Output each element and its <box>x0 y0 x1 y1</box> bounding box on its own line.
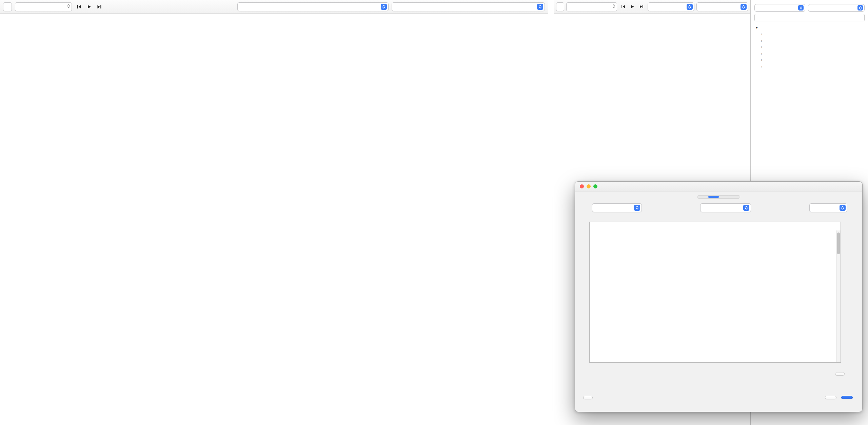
time-stepper-icon[interactable] <box>67 4 70 9</box>
chevron-right-icon: › <box>759 51 764 56</box>
close-window-button[interactable] <box>580 184 584 188</box>
chevron-updown-icon <box>857 5 863 11</box>
tree-item-infrastructure[interactable]: › <box>754 44 865 50</box>
right-toolbar <box>554 0 750 14</box>
view-mode-dropdown[interactable] <box>696 2 748 11</box>
dropdown-value <box>241 4 379 9</box>
matrix-body <box>590 222 841 354</box>
main-map-panel <box>0 0 548 425</box>
tree-item-transit[interactable]: › <box>754 63 865 69</box>
tab-histogram[interactable] <box>719 196 729 198</box>
tab-summary[interactable] <box>708 196 719 198</box>
tree-item-pedestrians[interactable]: › <box>754 50 865 57</box>
od-matrix-table <box>589 222 841 363</box>
user-class-dropdown[interactable] <box>592 203 642 212</box>
active-experiment-dropdown[interactable] <box>648 2 694 11</box>
dropdown-value <box>700 5 738 9</box>
chevron-updown-icon <box>840 205 846 211</box>
step-back-button[interactable] <box>619 3 627 11</box>
chevron-updown-icon <box>741 4 747 10</box>
chevron-updown-icon <box>687 4 693 10</box>
dialog-titlebar[interactable] <box>575 182 862 191</box>
road-network-svg <box>0 14 548 425</box>
dropdown-value <box>811 6 855 10</box>
annotation-tool-button[interactable] <box>3 2 12 11</box>
dropdown-value <box>651 5 685 9</box>
tab-profile[interactable] <box>729 196 739 198</box>
traffic-demand-dialog <box>575 181 863 412</box>
step-forward-button[interactable] <box>637 3 646 11</box>
chevron-right-icon: › <box>759 38 764 43</box>
vertical-scrollbar[interactable] <box>836 230 841 362</box>
chevron-updown-icon <box>798 5 804 11</box>
playback-controls <box>75 3 103 11</box>
tree-item-scripts[interactable]: › <box>754 57 865 63</box>
chevron-updown-icon <box>381 4 387 10</box>
chevron-updown-icon <box>537 4 543 10</box>
chevron-right-icon: › <box>759 64 764 69</box>
cancel-button[interactable] <box>825 396 836 399</box>
dropdown-value <box>758 6 796 10</box>
chevron-updown-icon <box>634 205 640 211</box>
active-experiment-dropdown[interactable] <box>237 2 389 11</box>
dropdown-value <box>395 4 535 9</box>
grouping-category-dropdown[interactable] <box>700 203 751 212</box>
dropdown-value <box>704 206 741 210</box>
filter-input[interactable] <box>754 14 865 21</box>
dropdown-value <box>813 206 837 210</box>
tree-item-demand-data[interactable]: › <box>754 37 865 44</box>
scrollbar-thumb[interactable] <box>837 232 840 254</box>
dialog-tab-bar <box>697 195 740 199</box>
units-dropdown[interactable] <box>809 203 847 212</box>
caret-down-icon: ▾ <box>754 26 759 29</box>
step-forward-button[interactable] <box>95 3 103 11</box>
copy-button[interactable] <box>835 372 845 376</box>
simulation-time-field[interactable] <box>566 2 617 11</box>
simulation-time-field[interactable] <box>15 2 72 11</box>
network-map-canvas[interactable] <box>0 14 548 425</box>
minimize-window-button[interactable] <box>587 184 591 188</box>
dialog-controls <box>589 203 847 212</box>
chevron-right-icon: › <box>759 32 764 37</box>
annotation-tool-button[interactable] <box>556 2 564 11</box>
scope-dropdown[interactable] <box>754 4 805 12</box>
time-stepper-icon[interactable] <box>612 4 615 9</box>
help-button[interactable] <box>583 396 593 399</box>
play-button[interactable] <box>628 3 636 11</box>
step-back-button[interactable] <box>75 3 83 11</box>
playback-controls <box>619 3 646 11</box>
zoom-window-button[interactable] <box>593 184 597 188</box>
left-toolbar <box>0 0 548 14</box>
project-tree: ▾ › › › › › › <box>754 24 865 69</box>
chevron-right-icon: › <box>759 58 764 62</box>
chevron-updown-icon <box>743 205 749 211</box>
chevron-right-icon: › <box>759 45 764 49</box>
ok-button[interactable] <box>841 396 853 399</box>
category-dropdown[interactable] <box>808 4 865 12</box>
dropdown-value <box>595 206 632 210</box>
tree-item-data-analysis[interactable]: › <box>754 31 865 37</box>
play-button[interactable] <box>85 3 93 11</box>
view-mode-dropdown[interactable] <box>392 2 545 11</box>
tree-item-project[interactable]: ▾ <box>754 24 865 31</box>
tab-main[interactable] <box>698 196 708 198</box>
